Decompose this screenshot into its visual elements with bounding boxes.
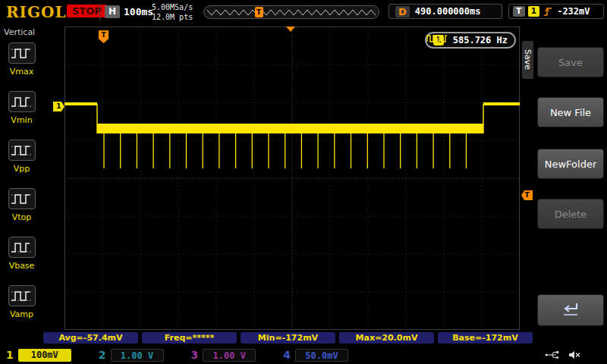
trigger-source-badge: 1 bbox=[528, 6, 540, 17]
channel-1-scale: 100mV bbox=[18, 349, 71, 362]
vmin-icon bbox=[8, 91, 36, 112]
channel-4-scale: 50.0mV bbox=[295, 349, 348, 362]
oscilloscope-screen: RIGOL STOP H 100ms 5.00MSa/s 12.0M pts T… bbox=[0, 0, 607, 364]
trigger-icon: T bbox=[513, 6, 525, 17]
sidebar-item-vbase[interactable]: Vbase bbox=[0, 233, 43, 281]
vmax-label: Vmax bbox=[0, 67, 43, 77]
vmin-label: Vmin bbox=[0, 115, 43, 125]
delay-icon: D bbox=[395, 6, 410, 17]
trigger-position-slider[interactable]: T bbox=[255, 7, 263, 17]
channel-4-number: 4 bbox=[283, 349, 291, 361]
waveform-overview-icon bbox=[204, 7, 379, 18]
channel1-ground-marker[interactable]: 1 bbox=[53, 102, 64, 111]
waveform-display: T 1 585.726 Hz bbox=[64, 27, 520, 330]
channel-2-scale: 1.00 V bbox=[111, 349, 164, 362]
measurement-results-bar: Avg=-57.4mV Freq=***** Min=-172mV Max=20… bbox=[43, 332, 533, 344]
sidebar-item-vtop[interactable]: Vtop bbox=[0, 184, 43, 233]
new-file-button[interactable]: New File bbox=[537, 97, 604, 127]
horizontal-center-marker bbox=[286, 27, 295, 32]
speaker-mute-icon bbox=[568, 350, 581, 360]
channel-1-status[interactable]: 1 100mV bbox=[6, 349, 71, 362]
memory-depth: 12.0M pts bbox=[152, 13, 193, 23]
horizontal-timebase[interactable]: H 100ms bbox=[105, 5, 153, 18]
menu-title-tab: Save bbox=[522, 41, 533, 79]
top-status-bar: RIGOL STOP H 100ms 5.00MSa/s 12.0M pts T… bbox=[0, 0, 607, 24]
vmax-icon bbox=[8, 42, 36, 64]
sidebar-item-vmin[interactable]: Vmin bbox=[0, 87, 43, 136]
return-arrow-icon bbox=[561, 301, 580, 318]
channel-1-number: 1 bbox=[6, 349, 14, 361]
usb-icon bbox=[545, 350, 559, 360]
delete-button[interactable]: Delete bbox=[537, 199, 604, 229]
softkey-menu: Save New File NewFolder Delete bbox=[533, 24, 607, 364]
trigger-readout[interactable]: T 1 -232mV bbox=[508, 4, 604, 19]
back-button[interactable] bbox=[537, 294, 604, 326]
channel-3-number: 3 bbox=[191, 349, 199, 361]
delay-readout[interactable]: D 490.000000ms bbox=[388, 4, 502, 19]
frequency-counter: 1 585.726 Hz bbox=[425, 32, 516, 49]
acquisition-info: 5.00MSa/s 12.0M pts bbox=[152, 3, 193, 22]
sidebar-item-vamp[interactable]: Vamp bbox=[0, 281, 43, 330]
waveform-canvas bbox=[64, 27, 520, 330]
channel-3-scale: 1.00 V bbox=[203, 349, 256, 362]
sidebar-item-vpp[interactable]: Vpp bbox=[0, 136, 43, 184]
new-folder-button[interactable]: NewFolder bbox=[537, 149, 604, 179]
measurement-freq: Freq=***** bbox=[142, 332, 237, 344]
horizontal-icon: H bbox=[105, 5, 120, 18]
measurement-base: Base=-172mV bbox=[438, 332, 533, 344]
vtop-label: Vtop bbox=[0, 212, 43, 222]
sidebar-title: Vertical bbox=[0, 24, 43, 39]
measure-sidebar: Vertical Vmax Vmin Vpp Vtop Vbase Vamp bbox=[0, 24, 43, 331]
measurement-max: Max=20.0mV bbox=[339, 332, 434, 344]
sample-rate: 5.00MSa/s bbox=[152, 3, 193, 13]
channel-2-number: 2 bbox=[99, 349, 106, 361]
trigger-edge-icon bbox=[543, 5, 554, 17]
measurement-min: Min=-172mV bbox=[241, 332, 335, 344]
channel-status-bar: 1 100mV 2 1.00 V 3 1.00 V 4 50.0mV bbox=[0, 346, 607, 364]
trigger-level-value: -232mV bbox=[557, 6, 590, 17]
sidebar-item-vmax[interactable]: Vmax bbox=[0, 39, 43, 87]
vpp-label: Vpp bbox=[0, 164, 43, 174]
counter-value: 585.726 Hz bbox=[453, 35, 508, 46]
channel-3-status[interactable]: 3 1.00 V bbox=[191, 349, 256, 362]
vpp-icon bbox=[8, 140, 36, 161]
channel-2-status[interactable]: 2 1.00 V bbox=[99, 349, 164, 362]
run-state-badge[interactable]: STOP bbox=[67, 5, 107, 17]
vamp-label: Vamp bbox=[0, 309, 43, 319]
separator bbox=[99, 3, 100, 21]
vbase-icon bbox=[8, 237, 36, 258]
rigol-logo: RIGOL bbox=[6, 3, 67, 21]
measurement-avg: Avg=-57.4mV bbox=[43, 332, 138, 344]
vtop-icon bbox=[8, 188, 36, 209]
channel-4-status[interactable]: 4 50.0mV bbox=[283, 349, 348, 362]
vbase-label: Vbase bbox=[0, 261, 43, 271]
save-button[interactable]: Save bbox=[537, 47, 604, 77]
delay-value: 490.000000ms bbox=[415, 6, 481, 17]
trigger-level-marker[interactable]: T bbox=[521, 190, 533, 200]
timebase-value: 100ms bbox=[124, 6, 153, 17]
vamp-icon bbox=[8, 285, 36, 306]
horizontal-position-bar[interactable]: T bbox=[203, 5, 379, 19]
